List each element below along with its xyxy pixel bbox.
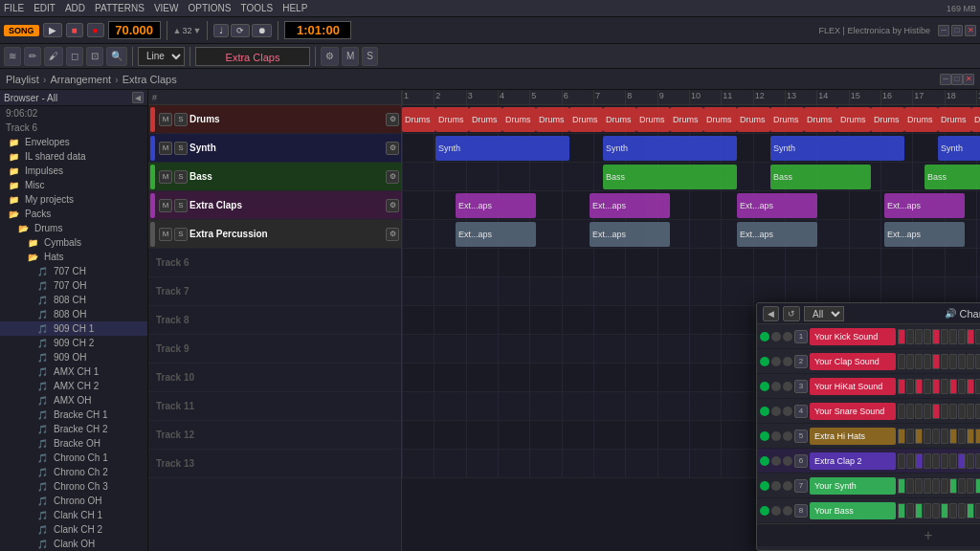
pad-6-3[interactable] <box>924 478 931 494</box>
pad-3-0[interactable] <box>898 404 905 419</box>
pad-5-8[interactable] <box>967 453 974 469</box>
pad-0-9[interactable] <box>975 329 980 344</box>
sidebar-item-23[interactable]: 🎵Chrono Ch 2 <box>0 465 147 479</box>
track-solo-btn[interactable]: S <box>174 142 188 155</box>
ch-pan-6[interactable] <box>783 481 792 491</box>
channel-row-7[interactable]: 8 Your Bass <box>757 498 980 523</box>
pad-0-1[interactable] <box>906 329 914 344</box>
track-solo-btn[interactable]: S <box>174 170 188 184</box>
pattern-block-4[interactable]: Ext...aps <box>456 222 536 247</box>
sidebar-item-13[interactable]: 🎵909 CH 1 <box>0 321 147 336</box>
ch-vol-5[interactable] <box>771 456 781 466</box>
sidebar-item-4[interactable]: 📁My projects <box>0 192 147 207</box>
pad-5-5[interactable] <box>941 453 948 469</box>
close-btn[interactable]: ✕ <box>965 25 976 36</box>
sidebar-item-12[interactable]: 🎵808 OH <box>0 307 147 321</box>
ch-name-5[interactable]: Extra Clap 2 <box>810 452 896 470</box>
ch-vol-3[interactable] <box>771 407 781 416</box>
sidebar-item-14[interactable]: 🎵909 CH 2 <box>0 336 147 350</box>
rec-mode-btn[interactable]: ⏺ <box>252 24 272 37</box>
ch-vol-7[interactable] <box>771 506 781 516</box>
pattern-row-0[interactable]: DrumsDrumsDrumsDrumsDrumsDrumsDrumsDrums… <box>402 105 980 134</box>
ch-name-1[interactable]: Your Clap Sound <box>810 353 896 370</box>
pattern-block-1[interactable]: Synth <box>603 136 737 161</box>
pad-3-4[interactable] <box>932 404 940 419</box>
playlist-maximize[interactable]: □ <box>951 74 963 85</box>
cr-next-btn[interactable]: ↺ <box>783 306 800 321</box>
pattern-block-2[interactable]: Bass <box>603 165 737 189</box>
pad-2-5[interactable] <box>941 379 948 394</box>
pad-7-5[interactable] <box>941 503 948 518</box>
maximize-btn[interactable]: □ <box>951 25 963 36</box>
track-mute-btn[interactable]: M <box>159 228 172 241</box>
sidebar-item-18[interactable]: 🎵AMX OH <box>0 393 147 408</box>
track-label-row-4[interactable]: M S Extra Percussion ⚙ <box>148 220 401 249</box>
ch-green-2[interactable] <box>760 382 769 391</box>
pad-5-7[interactable] <box>958 453 966 469</box>
pad-6-6[interactable] <box>949 478 957 494</box>
pad-2-4[interactable] <box>932 379 940 394</box>
pad-5-0[interactable] <box>898 453 905 469</box>
ch-name-6[interactable]: Your Synth <box>810 477 896 495</box>
bpm-display[interactable]: 70.000 <box>108 21 161 39</box>
pattern-block-0[interactable]: Drums <box>871 107 904 132</box>
playlist-breadcrumb1[interactable]: Arrangement <box>51 74 112 85</box>
pad-4-5[interactable] <box>941 429 948 444</box>
metronome-btn[interactable]: ♩ <box>213 24 229 37</box>
channel-row-1[interactable]: 2 Your Clap Sound <box>757 349 980 374</box>
ch-green-5[interactable] <box>760 456 769 466</box>
pad-0-4[interactable] <box>932 329 940 344</box>
pattern-block-0[interactable]: Drums <box>536 107 569 132</box>
pad-2-0[interactable] <box>898 379 905 394</box>
sidebar-item-11[interactable]: 🎵808 CH <box>0 293 147 307</box>
pad-7-6[interactable] <box>949 503 957 518</box>
pad-3-3[interactable] <box>924 404 931 419</box>
pattern-block-0[interactable]: Drums <box>502 107 536 132</box>
pad-3-9[interactable] <box>975 404 980 419</box>
sidebar-item-2[interactable]: 📁Impulses <box>0 164 147 178</box>
pad-3-5[interactable] <box>941 404 948 419</box>
ch-green-4[interactable] <box>760 431 769 441</box>
pad-2-2[interactable] <box>915 379 923 394</box>
pattern-block-0[interactable]: Drums <box>402 107 435 132</box>
pattern-block-1[interactable]: Synth <box>770 136 904 161</box>
sidebar-item-7[interactable]: 📁Cymbals <box>0 235 147 250</box>
ch-pan-4[interactable] <box>783 431 792 441</box>
pad-3-8[interactable] <box>967 404 974 419</box>
mute-btn[interactable]: M <box>342 47 359 66</box>
play-button[interactable]: ▶ <box>43 23 62 37</box>
track-label-row-3[interactable]: M S Extra Claps ⚙ <box>148 191 401 220</box>
track-label-row-5[interactable]: Track 6 <box>148 249 401 277</box>
ch-name-7[interactable]: Your Bass <box>810 502 896 519</box>
ch-pan-0[interactable] <box>783 332 792 342</box>
pad-1-0[interactable] <box>898 354 905 369</box>
pad-2-8[interactable] <box>967 379 974 394</box>
track-label-row-12[interactable]: Track 13 <box>148 450 401 478</box>
pattern-block-3[interactable]: Ext...aps <box>590 193 670 218</box>
pad-4-4[interactable] <box>932 429 940 444</box>
channel-row-0[interactable]: 1 Your Kick Sound <box>757 324 980 349</box>
track-solo-btn[interactable]: S <box>174 113 188 126</box>
ch-green-3[interactable] <box>760 407 769 416</box>
pad-4-1[interactable] <box>906 429 914 444</box>
ch-vol-0[interactable] <box>771 332 781 342</box>
menu-item-add[interactable]: ADD <box>65 3 85 13</box>
pattern-block-2[interactable]: Bass <box>924 165 980 189</box>
ch-pan-2[interactable] <box>783 382 792 391</box>
pattern-block-0[interactable]: Drums <box>938 107 971 132</box>
ch-vol-1[interactable] <box>771 357 781 366</box>
sidebar-item-1[interactable]: 📁IL shared data <box>0 149 147 164</box>
pad-1-9[interactable] <box>975 354 980 369</box>
pad-3-2[interactable] <box>915 404 923 419</box>
pad-2-7[interactable] <box>958 379 966 394</box>
sidebar-item-21[interactable]: 🎵Bracke OH <box>0 436 147 451</box>
step-count-down[interactable]: ▼ <box>193 26 202 35</box>
menu-item-file[interactable]: FILE <box>4 3 24 13</box>
ch-name-2[interactable]: Your HiKat Sound <box>810 378 896 395</box>
pattern-block-4[interactable]: Ext...aps <box>590 222 670 247</box>
pattern-block-3[interactable]: Ext...aps <box>456 193 536 218</box>
pattern-row-5[interactable] <box>402 249 980 277</box>
pad-4-3[interactable] <box>924 429 931 444</box>
ch-name-3[interactable]: Your Snare Sound <box>810 403 896 420</box>
select-btn[interactable]: ⊡ <box>86 47 103 66</box>
